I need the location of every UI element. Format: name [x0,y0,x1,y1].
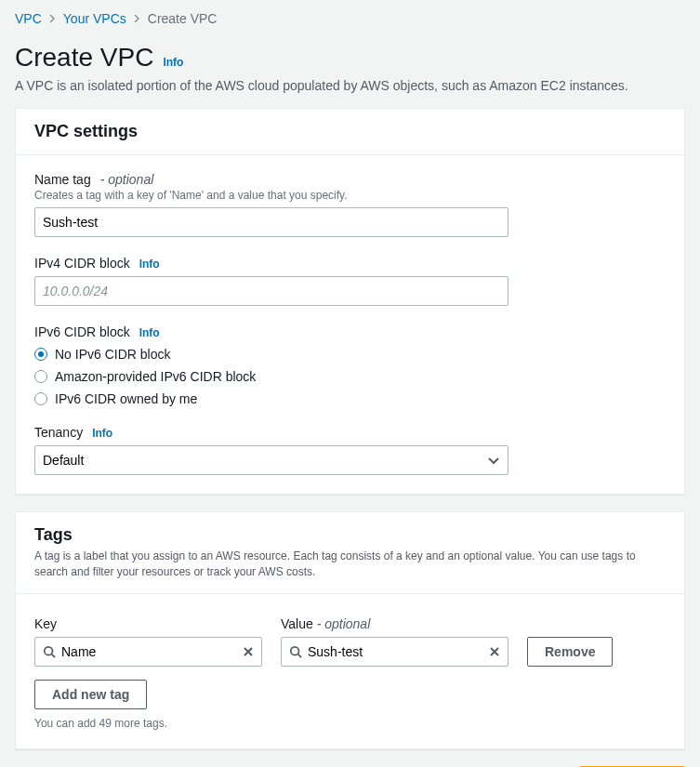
optional-text: - optional [100,172,154,187]
breadcrumb-current: Create VPC [148,11,218,26]
tags-footer: You can add 49 more tags. [34,717,666,730]
tag-key-input[interactable] [56,638,241,666]
search-icon [289,645,302,658]
clear-icon[interactable] [487,644,502,659]
info-link[interactable]: Info [139,258,160,271]
ipv6-option-owned[interactable]: IPv6 CIDR owned by me [34,391,666,406]
breadcrumb-link-vpc[interactable]: VPC [15,11,42,26]
svg-point-0 [45,646,53,655]
chevron-right-icon [49,11,56,26]
ipv4-label: IPv4 CIDR block [34,256,130,271]
tag-value-label-text: Value [281,616,313,631]
chevron-right-icon [134,11,140,26]
radio-label: IPv6 CIDR owned by me [55,391,197,406]
radio-icon [34,370,47,383]
name-tag-hint: Creates a tag with a key of 'Name' and a… [34,189,666,202]
vpc-settings-panel: VPC settings Name tag - optional Creates… [15,108,685,495]
name-tag-label: Name tag [34,172,91,187]
ipv6-label: IPv6 CIDR block [34,324,130,339]
svg-line-3 [298,654,302,657]
radio-icon [34,392,47,405]
info-link[interactable]: Info [92,427,112,440]
tag-value-input-wrap [281,637,508,667]
info-link[interactable]: Info [163,56,183,69]
radio-label: Amazon-provided IPv6 CIDR block [55,369,256,384]
tag-value-input[interactable] [302,638,487,666]
ipv4-cidr-input[interactable] [34,276,508,306]
breadcrumb-link-your-vpcs[interactable]: Your VPCs [63,11,126,26]
tenancy-select[interactable] [34,445,508,475]
info-link[interactable]: Info [139,326,160,339]
name-tag-input[interactable] [34,207,508,237]
vpc-settings-heading: VPC settings [34,122,666,141]
svg-point-2 [291,646,299,655]
tags-heading: Tags [34,525,666,545]
remove-tag-button[interactable]: Remove [527,637,613,667]
tag-key-input-wrap [34,637,262,667]
page-description: A VPC is an isolated portion of the AWS … [15,78,685,93]
page-title: Create VPC [15,43,153,73]
breadcrumb: VPC Your VPCs Create VPC [15,11,685,26]
tags-description: A tag is a label that you assign to an A… [34,549,666,580]
ipv6-option-none[interactable]: No IPv6 CIDR block [34,347,666,362]
tenancy-label: Tenancy [34,425,83,440]
tags-panel: Tags A tag is a label that you assign to… [15,511,685,749]
search-icon [43,645,56,658]
radio-icon [34,348,47,361]
tag-key-label: Key [34,616,262,631]
optional-text: - optional [317,616,371,631]
ipv6-option-amazon[interactable]: Amazon-provided IPv6 CIDR block [34,369,666,384]
radio-label: No IPv6 CIDR block [55,347,170,362]
svg-line-1 [52,654,56,657]
clear-icon[interactable] [241,644,256,659]
add-tag-button[interactable]: Add new tag [34,680,147,709]
tag-value-label: Value - optional [281,616,508,631]
